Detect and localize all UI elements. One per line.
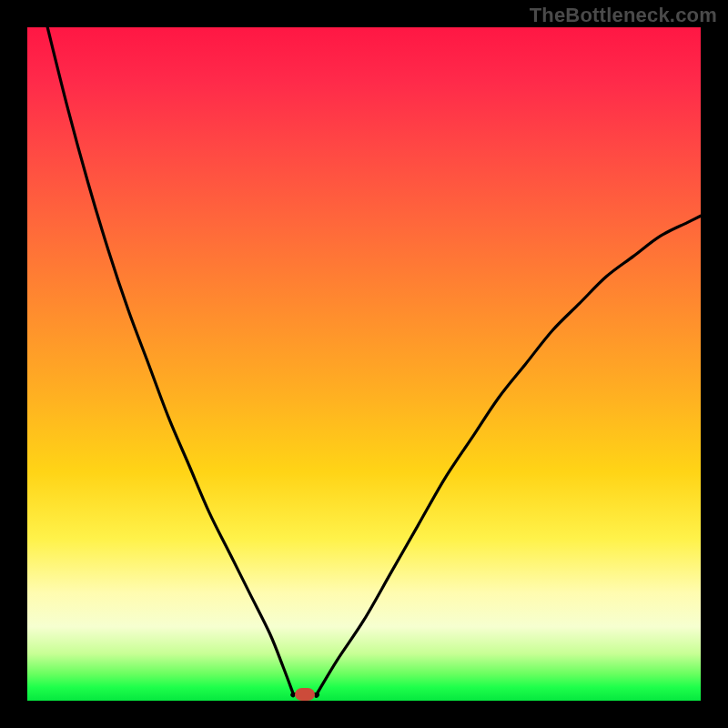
watermark-text: TheBottleneck.com [530, 4, 717, 27]
plot-area [27, 27, 701, 701]
chart-frame: TheBottleneck.com [0, 0, 728, 728]
bottleneck-curve [27, 27, 701, 701]
minimum-marker [295, 688, 315, 701]
